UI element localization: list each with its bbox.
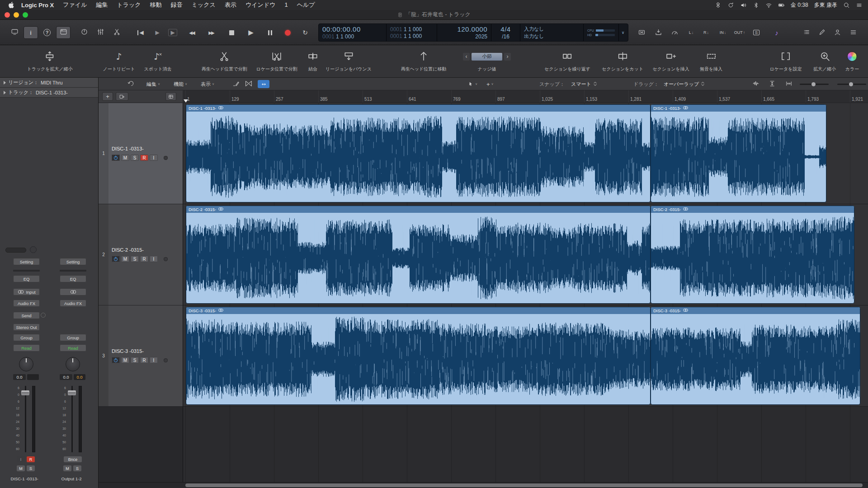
- play-button[interactable]: ▶: [244, 26, 258, 39]
- menu-item-1[interactable]: 編集: [96, 1, 108, 8]
- go-to-beginning-button[interactable]: ◀: [133, 26, 148, 39]
- channel-strip-slot-eq[interactable]: EQ: [13, 275, 40, 282]
- channel-strip-slot-eq[interactable]: EQ: [60, 275, 86, 282]
- midi-out-button[interactable]: OUT↑: [732, 26, 747, 39]
- apple-menu-icon[interactable]: [8, 1, 14, 9]
- track-on-button[interactable]: [112, 155, 120, 161]
- notification-center-icon[interactable]: [856, 2, 863, 9]
- slider-thumb[interactable]: [849, 82, 853, 86]
- track-r-button[interactable]: R: [140, 155, 148, 161]
- midi-in-button[interactable]: IN↓: [716, 26, 730, 39]
- cut-section-tool[interactable]: セクションをカット: [602, 48, 643, 72]
- track-on-button[interactable]: [112, 357, 120, 363]
- play-from-left-button[interactable]: ▶: [150, 26, 165, 39]
- app-menu[interactable]: Logic Pro X: [21, 2, 54, 9]
- solo-button[interactable]: S: [27, 465, 35, 471]
- insert-silence-tool[interactable]: 無音を挿入: [700, 48, 722, 72]
- track-header-3[interactable]: 3DISC-3 -0315-MSRI: [99, 305, 183, 407]
- zoom-window-button[interactable]: [23, 12, 28, 18]
- channel-strip-slot-read[interactable]: Read: [13, 344, 40, 352]
- horizontal-zoom-slider[interactable]: [837, 81, 866, 87]
- send-level-knob[interactable]: [41, 313, 46, 318]
- track-i-button[interactable]: I: [150, 357, 158, 363]
- region-gain-knob[interactable]: [30, 246, 37, 253]
- audio-region[interactable]: DISC-1 -0313-: [186, 104, 651, 202]
- zoom-tool[interactable]: 拡大／縮小: [813, 48, 836, 72]
- secondary-tool-menu[interactable]: +∨: [486, 78, 494, 90]
- rewind-button[interactable]: ◀◀: [184, 26, 199, 39]
- track-menu-2[interactable]: 表示∨: [201, 78, 214, 90]
- audio-region[interactable]: DISC-2 -0315-: [186, 206, 651, 304]
- track-header-1[interactable]: 1DISC-1 -0313-MSRI: [99, 103, 183, 204]
- track-m-button[interactable]: M: [121, 155, 129, 161]
- menu-item-2[interactable]: トラック: [117, 1, 141, 8]
- channel-strip-slot-setting[interactable]: Setting: [13, 258, 40, 265]
- record-button[interactable]: [280, 26, 295, 39]
- channel-strip-slot-stereo-format[interactable]: [60, 288, 86, 296]
- disclosure-triangle-icon[interactable]: [4, 81, 6, 84]
- input-monitor-dot[interactable]: [164, 358, 168, 362]
- horizontal-zoom-button[interactable]: [783, 80, 795, 89]
- channel-strip-slot-send[interactable]: Send: [13, 312, 40, 319]
- slider-thumb[interactable]: [811, 82, 816, 86]
- audio-region[interactable]: DISC-1 -0313-: [651, 104, 826, 202]
- apple-loops-button[interactable]: ♪: [769, 26, 784, 39]
- audio-region[interactable]: DISC-2 -0315-: [651, 206, 854, 304]
- mixer-button[interactable]: [93, 26, 108, 39]
- volume-status-icon[interactable]: [740, 2, 747, 9]
- menu-item-5[interactable]: ミックス: [192, 1, 216, 8]
- track-r-button[interactable]: R: [140, 256, 148, 262]
- share-button[interactable]: [830, 26, 844, 39]
- track-i-button[interactable]: I: [150, 155, 158, 161]
- track-on-button[interactable]: [112, 256, 120, 262]
- drag-mode-button[interactable]: [258, 80, 269, 88]
- bluetooth-status-icon[interactable]: [753, 2, 760, 9]
- forward-button[interactable]: ▶▶: [204, 26, 218, 39]
- nudge-left-arrow[interactable]: ‹: [463, 53, 470, 61]
- lcd-midi-cell[interactable]: 入力なし 出力なし: [520, 24, 584, 41]
- playhead-marker[interactable]: [184, 99, 188, 103]
- waveform-zoom-button[interactable]: [750, 80, 762, 89]
- track-header-2[interactable]: 2DISC-2 -0315-MSRI: [99, 204, 183, 305]
- nudge-value-display[interactable]: 小節: [472, 53, 502, 61]
- note-pad-button[interactable]: [815, 26, 829, 39]
- stop-button[interactable]: [224, 26, 239, 39]
- track-m-button[interactable]: M: [121, 256, 129, 262]
- output-l-button[interactable]: L↓: [684, 26, 698, 39]
- pan-knob[interactable]: [19, 357, 33, 371]
- drag-value-dropdown[interactable]: オーバーラップ: [664, 78, 704, 90]
- bounce-regions-tool[interactable]: リージョンをバウンス: [326, 48, 372, 72]
- input-monitor-dot[interactable]: [164, 257, 168, 261]
- channel-strip-slot-audio-fx[interactable]: Audio FX: [13, 300, 40, 307]
- zoom-tracks-tool[interactable]: トラックを拡大／縮小: [27, 48, 72, 72]
- split-by-locators-tool[interactable]: ロケータ位置で分割: [256, 48, 297, 72]
- spot-erase-tool[interactable]: ♪×スポット消去: [144, 48, 172, 72]
- join-tool[interactable]: 結合: [307, 48, 319, 72]
- record-enable-button[interactable]: R: [27, 456, 35, 462]
- menu-item-3[interactable]: 移動: [150, 1, 162, 8]
- nudge-right-arrow[interactable]: ›: [504, 53, 511, 61]
- automation-pencil-button[interactable]: [231, 80, 241, 89]
- channel-strip-slot-group[interactable]: Group: [13, 334, 40, 341]
- audio-region[interactable]: DISC-3 -0315-: [186, 307, 651, 405]
- track-inspector-header[interactable]: トラック： DISC-1 -0313-: [0, 88, 98, 98]
- vertical-zoom-slider[interactable]: [800, 81, 829, 87]
- region-inspector-header[interactable]: リージョン： MIDI Thru: [0, 78, 98, 88]
- nudge-value-tool[interactable]: ‹小節›ナッジ値: [463, 48, 511, 72]
- control-bar-menu-button[interactable]: [846, 26, 860, 39]
- catch-playhead-button[interactable]: [125, 80, 136, 89]
- channel-strip-slot-setting[interactable]: Setting: [60, 258, 86, 265]
- track-i-button[interactable]: I: [150, 256, 158, 262]
- fader-cap[interactable]: [21, 390, 29, 395]
- menu-item-7[interactable]: ウインドウ: [245, 1, 276, 8]
- play-from-start-button[interactable]: ▶: [165, 26, 180, 39]
- lcd-position-cell[interactable]: 0001 1 1 000 0001 1 1 000: [387, 24, 437, 41]
- track-menu-0[interactable]: 編集∨: [146, 78, 160, 90]
- move-playhead-tool[interactable]: 再生ヘッド位置に移動: [401, 48, 447, 72]
- snap-value-dropdown[interactable]: スマート: [571, 78, 597, 90]
- channel-strip-slot-audio-fx[interactable]: Audio FX: [60, 300, 86, 307]
- solo-button[interactable]: S: [749, 26, 764, 39]
- library-button[interactable]: [7, 26, 22, 39]
- editors-button[interactable]: [109, 26, 124, 39]
- smart-controls-button[interactable]: [77, 26, 91, 39]
